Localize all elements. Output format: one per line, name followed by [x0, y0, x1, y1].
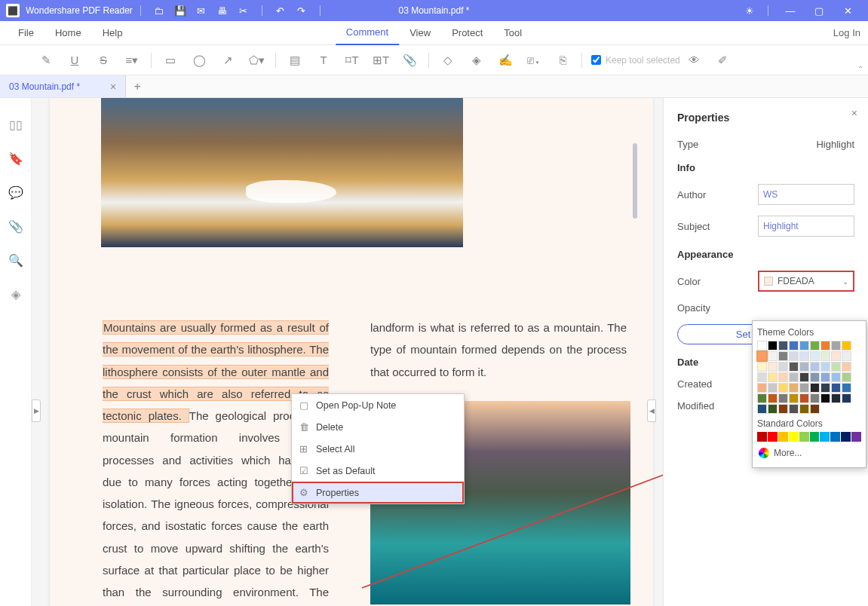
ellipse-tool-icon[interactable]: ◯	[188, 50, 210, 71]
print-icon[interactable]: 🖶	[216, 5, 229, 17]
thumbnails-icon[interactable]: ▯▯	[9, 118, 23, 132]
standard-color-swatch[interactable]	[789, 432, 799, 442]
highlight-tool-icon[interactable]: ✎	[35, 50, 57, 71]
new-tab-button[interactable]: +	[126, 80, 149, 93]
theme-color-swatch[interactable]	[757, 372, 767, 382]
theme-color-swatch[interactable]	[789, 393, 799, 403]
comments-icon[interactable]: 💬	[8, 185, 23, 200]
context-properties[interactable]: ⚙Properties	[292, 482, 464, 503]
theme-color-swatch[interactable]	[842, 383, 851, 393]
theme-color-swatch[interactable]	[789, 341, 799, 350]
theme-color-swatch[interactable]	[757, 383, 767, 393]
subject-input[interactable]	[758, 216, 854, 237]
theme-color-swatch[interactable]	[799, 341, 809, 350]
textbox-tool-icon[interactable]: T	[312, 50, 335, 71]
theme-color-swatch[interactable]	[799, 362, 809, 372]
theme-color-swatch[interactable]	[820, 393, 830, 403]
keep-tool-checkbox[interactable]: Keep tool selected	[591, 55, 680, 66]
theme-color-swatch[interactable]	[778, 362, 788, 372]
canvas[interactable]: ▶ Mountains are usually formed as a resu…	[32, 98, 663, 606]
theme-color-swatch[interactable]	[799, 351, 809, 361]
theme-color-swatch[interactable]	[789, 372, 799, 382]
context-open-note[interactable]: ▢Open Pop-Up Note	[292, 394, 464, 416]
theme-color-swatch[interactable]	[842, 362, 851, 372]
standard-color-swatch[interactable]	[830, 432, 840, 442]
menu-help[interactable]: Help	[92, 21, 133, 44]
typewriter-tool-icon[interactable]: ⊞T	[370, 50, 392, 71]
theme-color-swatch[interactable]	[810, 383, 820, 393]
theme-color-swatch[interactable]	[757, 404, 767, 414]
save-icon[interactable]: 💾	[173, 5, 187, 17]
strikethrough-tool-icon[interactable]: S	[92, 50, 115, 71]
theme-color-swatch[interactable]	[778, 341, 788, 350]
close-tab-icon[interactable]: ×	[110, 81, 116, 93]
theme-color-swatch[interactable]	[820, 341, 830, 350]
share-icon[interactable]: ✂	[237, 5, 250, 17]
menu-comment[interactable]: Comment	[336, 21, 399, 45]
theme-color-swatch[interactable]	[842, 341, 851, 350]
theme-color-swatch[interactable]	[757, 362, 767, 372]
bookmark-icon[interactable]: 🔖	[8, 152, 23, 166]
theme-color-swatch[interactable]	[789, 404, 799, 414]
close-button[interactable]: ✕	[833, 5, 862, 17]
document-tab[interactable]: 03 Mountain.pdf * ×	[0, 75, 126, 97]
theme-color-swatch[interactable]	[778, 404, 788, 414]
expand-left-icon[interactable]: ▶	[32, 399, 41, 422]
note-tool-icon[interactable]: ▤	[284, 50, 306, 71]
menu-tool[interactable]: Tool	[493, 21, 532, 45]
theme-color-swatch[interactable]	[799, 372, 809, 382]
color-dropdown[interactable]: FDEADA ⌄	[758, 271, 854, 292]
standard-color-swatch[interactable]	[799, 432, 809, 442]
theme-color-swatch[interactable]	[831, 393, 841, 403]
theme-color-swatch[interactable]	[842, 372, 851, 382]
theme-color-swatch[interactable]	[810, 341, 820, 350]
standard-color-swatch[interactable]	[841, 432, 851, 442]
theme-color-swatch[interactable]	[768, 351, 778, 361]
standard-color-swatch[interactable]	[768, 432, 778, 442]
standard-color-swatch[interactable]	[810, 432, 820, 442]
stamp2-tool-icon[interactable]: ⎚▾	[523, 50, 545, 71]
theme-color-swatch[interactable]	[778, 393, 788, 403]
callout-tool-icon[interactable]: ⌑T	[341, 50, 363, 71]
scrollbar[interactable]	[633, 143, 637, 219]
theme-color-swatch[interactable]	[799, 383, 809, 393]
theme-color-swatch[interactable]	[831, 372, 841, 382]
standard-color-swatch[interactable]	[757, 432, 767, 442]
theme-color-swatch[interactable]	[799, 404, 809, 414]
theme-color-swatch[interactable]	[757, 393, 767, 403]
menu-file[interactable]: File	[8, 21, 44, 44]
attachment2-tool-icon[interactable]: ⎘	[551, 50, 574, 71]
theme-color-swatch[interactable]	[768, 383, 778, 393]
polygon-tool-icon[interactable]: ⬠▾	[245, 50, 268, 71]
theme-color-swatch[interactable]	[842, 393, 851, 403]
theme-color-swatch[interactable]	[768, 393, 778, 403]
arrow-tool-icon[interactable]: ↗	[216, 50, 239, 71]
theme-color-swatch[interactable]	[789, 362, 799, 372]
theme-color-swatch[interactable]	[810, 404, 820, 414]
context-delete[interactable]: 🗑Delete	[292, 416, 464, 438]
theme-color-swatch[interactable]	[789, 383, 799, 393]
menu-view[interactable]: View	[399, 21, 441, 45]
theme-color-swatch[interactable]	[820, 362, 830, 372]
underline-tool-icon[interactable]: U	[63, 50, 86, 71]
standard-color-swatch[interactable]	[851, 432, 861, 442]
theme-color-swatch[interactable]	[810, 372, 820, 382]
theme-color-swatch[interactable]	[768, 372, 778, 382]
mail-icon[interactable]: ✉	[195, 5, 208, 17]
search-icon[interactable]: 🔍	[8, 253, 23, 268]
theme-color-swatch[interactable]	[831, 362, 841, 372]
login-link[interactable]: Log In	[833, 27, 860, 38]
theme-color-swatch[interactable]	[778, 372, 788, 382]
standard-color-swatch[interactable]	[820, 432, 830, 442]
theme-color-swatch[interactable]	[778, 383, 788, 393]
theme-color-swatch[interactable]	[820, 383, 830, 393]
context-select-all[interactable]: ⊞Select All	[292, 438, 464, 460]
stamp-tool-icon[interactable]: ◈	[465, 50, 488, 71]
theme-color-swatch[interactable]	[810, 393, 820, 403]
theme-color-swatch[interactable]	[768, 341, 778, 350]
theme-color-swatch[interactable]	[831, 341, 841, 350]
attachment-tool-icon[interactable]: 📎	[398, 50, 421, 71]
theme-color-swatch[interactable]	[810, 362, 820, 372]
theme-icon[interactable]: ☀	[743, 5, 756, 17]
expand-right-icon[interactable]: ◀	[647, 399, 656, 422]
